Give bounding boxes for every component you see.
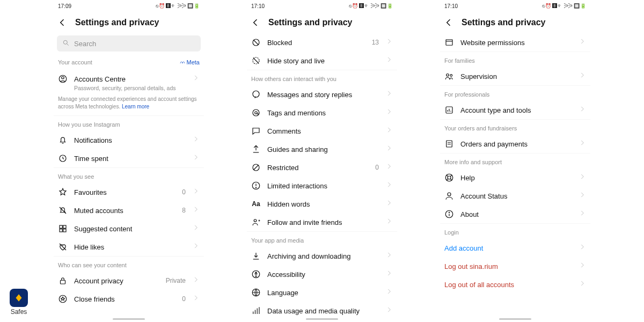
row-value: 0 (375, 164, 379, 171)
row-supervision[interactable]: Supervision (440, 67, 590, 85)
section-orders: Your orders and fundraisers (440, 119, 590, 135)
row-label: Supervision (460, 72, 572, 80)
row-suggested-content[interactable]: Suggested content (54, 219, 204, 238)
learn-more-link[interactable]: Learn more (122, 104, 149, 109)
chevron-right-icon (192, 74, 200, 84)
svg-point-18 (254, 219, 257, 222)
ban-icon (251, 38, 261, 47)
chevron-right-icon (192, 206, 200, 215)
section-label: What you see (58, 173, 94, 180)
row-label: Tags and mentions (267, 109, 379, 117)
row-label: Log out sina.rium (444, 262, 572, 270)
watermark-label: Safes (11, 308, 27, 316)
row-label: Hide story and live (267, 57, 379, 65)
screen-2: 17:10 ⎋ ⏰ 🅱 ᯤ ⚞⚞ 🔲 🔋 Settings and privac… (247, 0, 397, 322)
row-follow-invite[interactable]: Follow and invite friends (247, 213, 397, 231)
chevron-right-icon (385, 38, 393, 47)
row-archiving[interactable]: Archiving and downloading (247, 247, 397, 265)
row-label: Log out of all accounts (444, 281, 572, 289)
chevron-right-icon (192, 187, 200, 197)
status-bar: 17:10 ⎋ ⏰ 🅱 ᯤ ⚞⚞ 🔲 🔋 (440, 0, 590, 12)
chevron-right-icon (385, 199, 393, 209)
row-muted-accounts[interactable]: Muted accounts 8 (54, 201, 204, 219)
search-placeholder: Search (74, 40, 96, 48)
people-icon (444, 71, 454, 81)
row-time-spent[interactable]: Time spent (54, 149, 204, 167)
row-tags[interactable]: Tags and mentions (247, 104, 397, 122)
section-label: Who can see your content (58, 262, 127, 268)
row-comments[interactable]: Comments (247, 122, 397, 140)
globe-box-icon (444, 38, 454, 47)
row-label: Orders and payments (460, 140, 572, 148)
accounts-centre-subtitle: Password, security, personal details, ad… (74, 85, 186, 91)
row-notifications[interactable]: Notifications (54, 131, 204, 149)
download-icon (251, 251, 261, 261)
back-icon[interactable] (57, 17, 68, 28)
chevron-right-icon (579, 139, 586, 149)
row-accessibility[interactable]: Accessibility (247, 265, 397, 283)
header: Settings and privacy (440, 12, 590, 33)
chevron-right-icon (579, 243, 586, 253)
row-limited[interactable]: Limited interactions (247, 177, 397, 195)
row-label: Account type and tools (460, 106, 572, 114)
chevron-right-icon (385, 90, 393, 99)
row-label: Blocked (267, 39, 365, 47)
svg-point-14 (255, 112, 258, 114)
chevron-right-icon (385, 217, 393, 227)
star-icon (58, 187, 68, 197)
row-logout-all[interactable]: Log out of all accounts (440, 275, 590, 294)
row-guides[interactable]: Guides and sharing (247, 140, 397, 158)
section-label: How others can interact with you (251, 76, 336, 82)
row-add-account[interactable]: Add account (440, 239, 590, 257)
row-logout-user[interactable]: Log out sina.rium (440, 257, 590, 275)
status-time: 17:10 (251, 3, 265, 9)
chevron-right-icon (385, 163, 393, 172)
info-icon (444, 209, 454, 219)
row-orders[interactable]: Orders and payments (440, 135, 590, 153)
search-input[interactable]: Search (57, 35, 201, 52)
chevron-right-icon (192, 153, 200, 163)
row-help[interactable]: Help (440, 169, 590, 187)
section-families: For families (440, 52, 590, 67)
alert-icon (251, 181, 261, 191)
back-icon[interactable] (250, 17, 261, 28)
row-label: Account Status (460, 192, 572, 200)
row-messages[interactable]: Messages and story replies (247, 85, 397, 104)
status-icons: ⎋ ⏰ 🅱 ᯤ ⚞⚞ 🔲 🔋 (349, 3, 393, 9)
row-value: 0 (182, 188, 186, 196)
row-label: Guides and sharing (267, 145, 379, 153)
chevron-right-icon (385, 56, 393, 65)
eye-slash-icon (251, 56, 261, 65)
page-title: Settings and privacy (75, 18, 159, 27)
svg-point-17 (255, 187, 256, 188)
row-label: Hidden words (267, 200, 379, 208)
back-icon[interactable] (443, 17, 454, 28)
row-about[interactable]: About (440, 205, 590, 223)
row-restricted[interactable]: Restricted 0 (247, 158, 397, 177)
row-website-permissions[interactable]: Website permissions (440, 33, 590, 52)
row-hide-story[interactable]: Hide story and live (247, 52, 397, 70)
row-label: Archiving and downloading (267, 252, 379, 260)
row-favourites[interactable]: Favourites 0 (54, 183, 204, 201)
screen-3: 17:10 ⎋ ⏰ 🅱 ᯤ ⚞⚞ 🔲 🔋 Settings and privac… (440, 0, 590, 322)
row-close-friends[interactable]: Close friends 0 (54, 290, 204, 308)
section-label: How you use Instagram (58, 121, 120, 128)
screen-1: 17:09 ⎋ ⏰ 🅱 ᯤ ⚞⚞ 🔲 🔋 Settings and privac… (54, 0, 204, 322)
row-value: 8 (182, 207, 186, 214)
row-value: 0 (182, 295, 186, 303)
row-account-privacy[interactable]: Account privacy Private (54, 272, 204, 290)
row-hidden-words[interactable]: Aa Hidden words (247, 195, 397, 213)
scroll-hint (113, 318, 145, 320)
accounts-centre-row[interactable]: Accounts Centre Password, security, pers… (54, 69, 204, 96)
svg-point-28 (448, 176, 451, 179)
row-account-type[interactable]: Account type and tools (440, 101, 590, 119)
row-label: Add account (444, 244, 572, 252)
row-data-usage[interactable]: Data usage and media quality (247, 302, 397, 320)
row-hide-likes[interactable]: Hide likes (54, 238, 204, 256)
row-label: Hide likes (74, 243, 186, 251)
section-who-can-see: Who can see your content (54, 256, 204, 272)
row-blocked[interactable]: Blocked 13 (247, 33, 397, 52)
row-account-status[interactable]: Account Status (440, 187, 590, 205)
row-language[interactable]: Language (247, 283, 397, 302)
scroll-hint (306, 318, 338, 320)
